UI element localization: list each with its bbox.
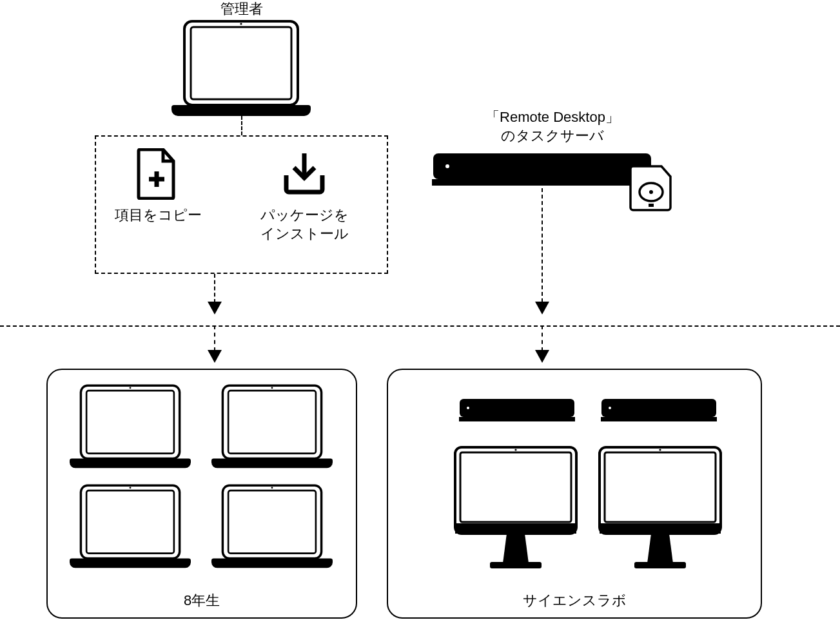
svg-point-21 xyxy=(271,487,273,488)
divider-line xyxy=(0,325,840,327)
file-plus-icon xyxy=(136,148,177,200)
svg-point-32 xyxy=(514,449,516,450)
svg-rect-35 xyxy=(600,523,721,534)
svg-point-12 xyxy=(130,387,132,389)
server-icon xyxy=(432,152,652,188)
svg-point-15 xyxy=(271,387,273,389)
laptop-icon xyxy=(70,483,191,568)
svg-rect-31 xyxy=(490,562,542,568)
desktop-icon xyxy=(596,445,725,571)
grade8-label: 8年生 xyxy=(46,592,357,610)
svg-rect-36 xyxy=(634,562,686,568)
svg-rect-25 xyxy=(601,399,716,417)
svg-point-24 xyxy=(467,407,469,409)
science-lab-label: サイエンスラボ xyxy=(387,592,762,610)
svg-rect-11 xyxy=(86,391,174,453)
disk-icon xyxy=(629,164,673,211)
download-icon xyxy=(281,150,327,196)
svg-rect-26 xyxy=(601,417,717,421)
install-packages-label: パッケージを インストール xyxy=(246,206,362,243)
laptop-icon xyxy=(70,383,191,469)
svg-point-5 xyxy=(445,164,449,168)
laptop-icon xyxy=(211,383,333,469)
svg-rect-9 xyxy=(649,204,654,207)
svg-point-8 xyxy=(649,190,653,194)
remote-desktop-label: 「Remote Desktop」 のタスクサーバ xyxy=(469,108,636,145)
desktop-icon xyxy=(451,445,580,571)
svg-rect-34 xyxy=(605,452,716,522)
svg-point-2 xyxy=(240,23,242,24)
svg-point-37 xyxy=(659,449,661,450)
svg-rect-23 xyxy=(459,417,575,421)
server-small-icon xyxy=(601,398,717,423)
svg-point-18 xyxy=(130,487,132,488)
svg-rect-22 xyxy=(460,399,574,417)
svg-rect-1 xyxy=(191,27,291,99)
laptop-icon xyxy=(211,483,333,568)
copy-items-label: 項目をコピー xyxy=(100,206,216,225)
laptop-icon xyxy=(171,19,311,116)
svg-point-27 xyxy=(609,407,611,409)
server-small-icon xyxy=(459,398,575,423)
svg-rect-30 xyxy=(455,523,576,534)
admin-label: 管理者 xyxy=(181,0,303,19)
svg-rect-29 xyxy=(460,452,571,522)
svg-rect-17 xyxy=(86,490,174,553)
svg-rect-4 xyxy=(432,179,652,186)
svg-rect-20 xyxy=(228,490,316,553)
svg-rect-14 xyxy=(228,391,316,453)
